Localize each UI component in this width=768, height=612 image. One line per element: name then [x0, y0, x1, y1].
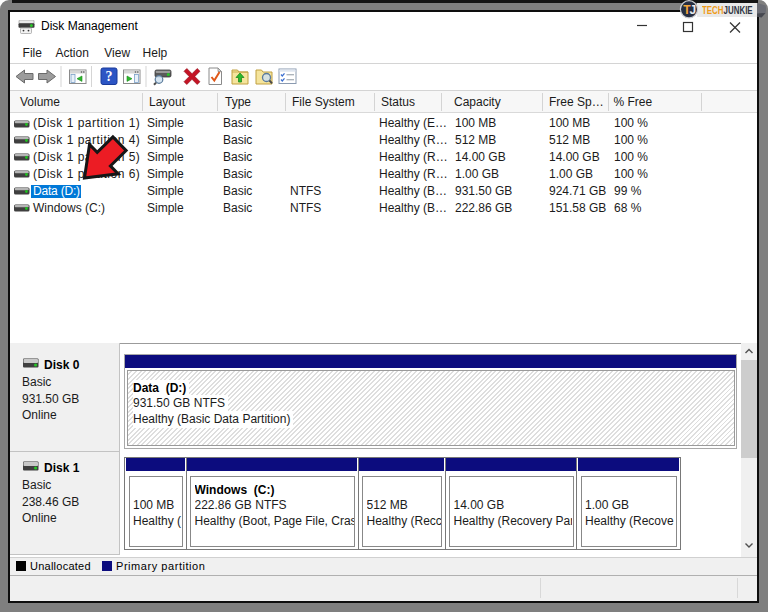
svg-text:J: J [690, 3, 697, 17]
svg-text:?: ? [106, 69, 113, 84]
